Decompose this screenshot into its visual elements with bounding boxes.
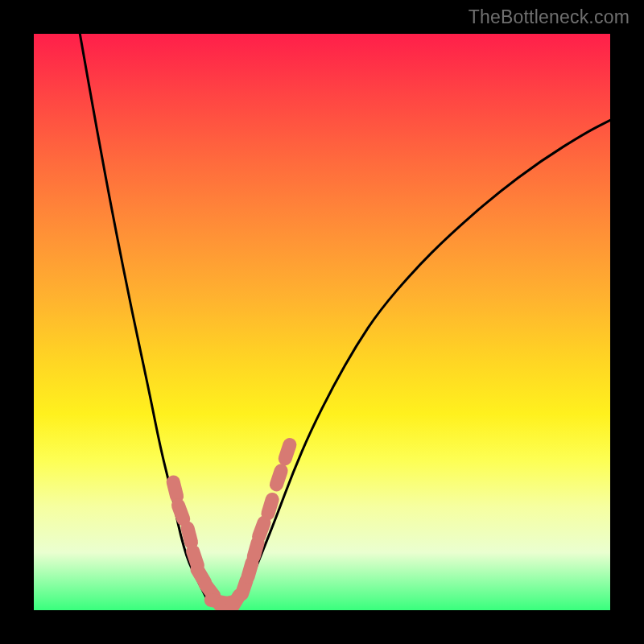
marker-bead — [254, 543, 258, 556]
chart-overlay — [34, 34, 610, 610]
marker-bead — [285, 445, 290, 459]
marker-bead — [188, 528, 191, 542]
chart-frame: TheBottleneck.com — [0, 0, 644, 644]
marker-bead — [268, 499, 272, 513]
watermark-text: TheBottleneck.com — [469, 6, 630, 28]
curve-lines — [80, 34, 610, 608]
marker-bead — [248, 563, 252, 576]
bottleneck-curve — [80, 34, 610, 608]
plot-area — [34, 34, 610, 610]
marker-bead — [259, 522, 264, 536]
marker-bead — [173, 482, 176, 496]
marker-bead — [178, 506, 183, 519]
marker-bead — [276, 471, 281, 485]
